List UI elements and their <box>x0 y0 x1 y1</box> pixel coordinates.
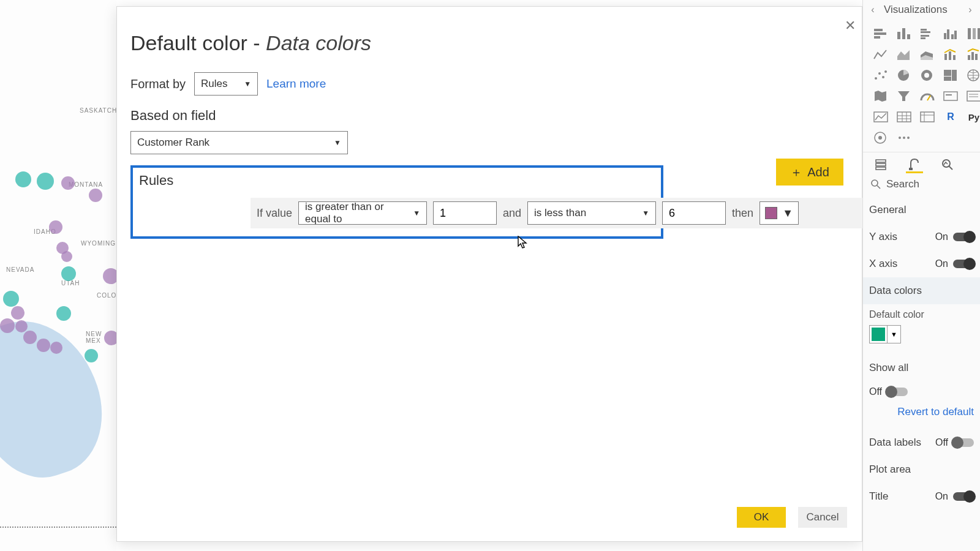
map-label: COLOR <box>97 292 116 299</box>
combo-chart-icon[interactable] <box>941 47 960 62</box>
svg-rect-20 <box>968 55 970 60</box>
map-background: SASKATCH MONTANA IDAHO WYOMING NEVADA UT… <box>0 0 116 551</box>
value1-input[interactable] <box>433 201 497 225</box>
svg-rect-16 <box>978 28 980 39</box>
svg-rect-56 <box>876 167 886 170</box>
svg-rect-2 <box>874 36 880 39</box>
clustered-bar-icon[interactable] <box>918 26 937 42</box>
cancel-button[interactable]: Cancel <box>798 507 847 528</box>
kpi-icon[interactable] <box>872 109 890 125</box>
data-labels-toggle[interactable]: Off <box>935 437 974 448</box>
multirow-card-icon[interactable] <box>965 88 980 104</box>
hundred-stacked-column-icon[interactable] <box>965 26 980 42</box>
svg-point-26 <box>884 70 887 73</box>
svg-rect-3 <box>897 32 900 39</box>
rules-heading: Rules <box>139 173 655 189</box>
svg-rect-1 <box>874 32 886 35</box>
filled-map-icon[interactable] <box>872 88 890 104</box>
matrix-icon[interactable] <box>918 109 937 125</box>
plot-area-section[interactable]: Plot area <box>869 456 974 483</box>
map-icon[interactable] <box>965 67 980 83</box>
operator1-select[interactable]: is greater than or equal to▼ <box>298 201 427 225</box>
python-visual-icon[interactable]: Py <box>965 109 980 125</box>
area-chart-icon[interactable] <box>895 47 913 62</box>
add-rule-button[interactable]: ＋ Add <box>776 159 843 186</box>
visualization-type-grid: R Py <box>863 20 980 152</box>
x-axis-toggle[interactable]: On <box>935 258 974 269</box>
show-all-section[interactable]: Show all <box>869 354 974 381</box>
y-axis-toggle[interactable]: On <box>935 231 974 242</box>
stacked-area-icon[interactable] <box>918 47 937 62</box>
card-icon[interactable] <box>941 88 960 104</box>
show-all-toggle-row: Off <box>869 381 974 402</box>
svg-rect-22 <box>975 54 978 60</box>
svg-point-53 <box>907 137 910 139</box>
data-colors-section[interactable]: Data colors <box>863 277 980 304</box>
general-section[interactable]: General <box>869 197 974 223</box>
revert-to-default-link[interactable]: Revert to default <box>863 402 980 427</box>
default-color-label: Default color <box>869 309 974 320</box>
learn-more-link[interactable]: Learn more <box>266 77 326 91</box>
clustered-column-icon[interactable] <box>941 26 960 42</box>
fields-tab-icon[interactable] <box>873 156 890 173</box>
svg-rect-21 <box>971 52 974 60</box>
svg-rect-7 <box>921 31 930 33</box>
default-color-picker[interactable]: ▼ <box>869 325 901 343</box>
svg-rect-54 <box>876 160 886 162</box>
x-axis-section[interactable]: X axis On <box>869 250 974 277</box>
pane-collapse-right-icon[interactable]: › <box>963 4 978 15</box>
r-visual-icon[interactable]: R <box>941 109 960 125</box>
operator2-select[interactable]: is less than▼ <box>527 201 656 225</box>
conditional-formatting-dialog: ✕ Default color - Data colors Format by … <box>116 6 862 542</box>
combo-chart2-icon[interactable] <box>965 47 980 62</box>
svg-rect-46 <box>921 112 934 122</box>
pie-icon[interactable] <box>895 67 913 83</box>
rule-color-picker[interactable]: ▼ <box>760 201 799 225</box>
show-all-toggle[interactable]: Off <box>869 386 908 397</box>
svg-rect-32 <box>944 77 951 81</box>
donut-icon[interactable] <box>918 67 937 83</box>
map-label: WYOMING <box>81 240 116 247</box>
ok-button[interactable]: OK <box>737 507 786 528</box>
title-toggle[interactable]: On <box>935 491 974 502</box>
gauge-icon[interactable] <box>918 88 937 104</box>
line-chart-icon[interactable] <box>872 47 890 62</box>
svg-rect-41 <box>897 112 911 122</box>
y-axis-section[interactable]: Y axis On <box>869 223 974 250</box>
svg-rect-10 <box>944 33 946 39</box>
stacked-bar-icon[interactable] <box>872 26 890 42</box>
pane-collapse-left-icon[interactable]: ‹ <box>865 4 880 15</box>
svg-rect-11 <box>947 29 949 39</box>
then-label: then <box>732 207 753 220</box>
arcgis-icon[interactable] <box>872 130 890 146</box>
svg-rect-57 <box>909 168 913 170</box>
svg-rect-30 <box>944 70 951 76</box>
svg-rect-55 <box>876 163 886 166</box>
title-section[interactable]: Title On <box>869 483 974 510</box>
svg-rect-19 <box>953 55 956 60</box>
based-on-field-select[interactable]: Customer Rank▼ <box>130 131 348 154</box>
analytics-tab-icon[interactable] <box>939 156 956 173</box>
search-icon <box>870 179 881 190</box>
format-by-select[interactable]: Rules▼ <box>194 72 258 96</box>
format-tab-icon[interactable] <box>906 156 923 173</box>
svg-line-59 <box>949 166 952 170</box>
map-label: UTAH <box>61 280 80 287</box>
svg-point-23 <box>875 77 877 80</box>
svg-rect-6 <box>921 29 927 31</box>
svg-rect-8 <box>921 35 929 37</box>
svg-rect-13 <box>954 31 957 39</box>
value2-input[interactable] <box>662 201 726 225</box>
scatter-icon[interactable] <box>872 67 890 83</box>
map-label: SASKATCH <box>80 107 116 114</box>
stacked-column-icon[interactable] <box>895 26 913 42</box>
funnel-icon[interactable] <box>895 88 913 104</box>
treemap-icon[interactable] <box>941 67 960 83</box>
more-visuals-icon[interactable] <box>895 130 913 146</box>
search-input[interactable]: Search <box>863 174 980 194</box>
table-icon[interactable] <box>895 109 913 125</box>
map-label: NEVADA <box>6 266 34 273</box>
svg-point-25 <box>882 76 884 78</box>
data-labels-section[interactable]: Data labels Off <box>869 429 974 456</box>
default-color-swatch-icon <box>872 328 885 341</box>
